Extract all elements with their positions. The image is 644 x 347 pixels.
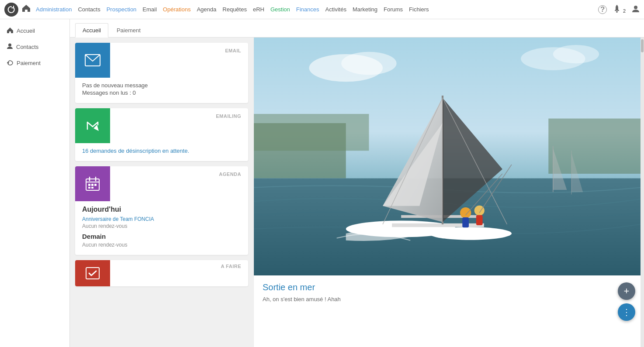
nav-administration[interactable]: Administration	[36, 6, 72, 13]
agenda-widget-body: Aujourd'hui Anniversaire de Team FONCIA …	[75, 201, 248, 255]
nav-prospection[interactable]: Prospection	[107, 6, 137, 13]
svg-rect-13	[88, 187, 90, 189]
email-widget: EMAIL Pas de nouveau message Messages no…	[75, 43, 248, 103]
news-image	[254, 38, 641, 275]
svg-point-20	[553, 45, 599, 63]
nav-finances[interactable]: Finances	[296, 6, 319, 13]
agenda-widget: AGENDA Aujourd'hui Anniversaire de Team …	[75, 166, 248, 255]
news-content: Sortie en mer Ah, on s'est bien amusé ! …	[254, 275, 641, 309]
nav-activites[interactable]: Activités	[325, 6, 346, 13]
agenda-anniversary[interactable]: Anniversaire de Team FONCIA	[82, 216, 241, 222]
news-column: Sortie en mer Ah, on s'est bien amusé ! …	[253, 38, 641, 347]
nav-fichiers[interactable]: Fichiers	[409, 6, 429, 13]
nav-email[interactable]: Email	[142, 6, 157, 13]
svg-point-0	[616, 11, 618, 13]
user-icon[interactable]	[632, 5, 640, 14]
nav-requetes[interactable]: Requêtes	[222, 6, 247, 13]
nav-gestion[interactable]: Gestion	[270, 6, 290, 13]
two-column-layout: EMAIL Pas de nouveau message Messages no…	[70, 38, 644, 347]
agenda-widget-header: AGENDA	[75, 166, 248, 201]
nav-right-actions: ? 2	[598, 5, 640, 14]
emailing-widget-icon[interactable]	[75, 108, 110, 143]
email-no-new-msg: Pas de nouveau message	[82, 82, 241, 89]
email-widget-label: EMAIL	[110, 43, 248, 57]
svg-rect-36	[462, 217, 469, 227]
fab-plus-button[interactable]: +	[618, 282, 635, 300]
email-widget-header: EMAIL	[75, 43, 248, 78]
sidebar-item-accueil[interactable]: Accueil	[0, 23, 69, 39]
agenda-tomorrow-label: Demain	[82, 233, 241, 240]
tabs-bar: Accueil Paiement	[70, 19, 644, 38]
todo-widget-icon[interactable]	[75, 260, 110, 286]
main-layout: Accueil Contacts Paiement Ac	[0, 19, 644, 347]
home-icon[interactable]	[22, 4, 31, 14]
tab-paiement[interactable]: Paiement	[109, 23, 148, 37]
sidebar: Accueil Contacts Paiement	[0, 19, 70, 347]
logo-icon[interactable]	[4, 3, 18, 17]
content-area: Accueil Paiement EMAIL	[70, 19, 644, 347]
agenda-no-rdv-today: Aucun rendez-vous	[82, 223, 241, 229]
todo-widget-header: A FAIRE	[75, 260, 248, 286]
emailing-widget: EMAILING 16 demandes de désinscription e…	[75, 108, 248, 161]
nav-operations[interactable]: Opérations	[163, 6, 191, 13]
contacts-sidebar-icon	[7, 43, 13, 51]
agenda-widget-icon[interactable]	[75, 166, 110, 201]
svg-rect-10	[88, 184, 90, 186]
svg-point-18	[341, 52, 396, 75]
sidebar-label-contacts: Contacts	[16, 44, 38, 50]
svg-point-2	[8, 44, 11, 47]
todo-widget-label: A FAIRE	[110, 260, 248, 272]
paiement-sidebar-icon	[7, 59, 13, 67]
menu-dots-icon: ⋮	[622, 307, 631, 317]
sidebar-item-contacts[interactable]: Contacts	[0, 39, 69, 55]
svg-rect-12	[94, 184, 97, 186]
emailing-widget-body: 16 demandes de désinscription en attente…	[75, 143, 248, 161]
nav-contacts[interactable]: Contacts	[78, 6, 100, 13]
svg-rect-11	[91, 184, 93, 186]
agenda-no-rdv-tomorrow: Aucun rendez-vous	[82, 242, 241, 248]
plus-icon: +	[624, 285, 630, 297]
todo-widget-partial: A FAIRE	[75, 260, 248, 286]
nav-items: Administration Contacts Prospection Emai…	[36, 6, 598, 13]
svg-point-1	[634, 6, 637, 9]
nav-forums[interactable]: Forums	[384, 6, 403, 13]
tab-accueil[interactable]: Accueil	[75, 23, 108, 38]
home-sidebar-icon	[7, 27, 13, 34]
top-navigation: Administration Contacts Prospection Emai…	[0, 0, 644, 19]
svg-rect-14	[91, 187, 93, 189]
sidebar-label-paiement: Paiement	[17, 60, 41, 66]
widgets-column: EMAIL Pas de nouveau message Messages no…	[70, 38, 253, 347]
notifications-icon[interactable]: 2	[613, 5, 626, 14]
svg-rect-22	[254, 114, 369, 151]
svg-rect-27	[392, 223, 484, 227]
emailing-widget-label: EMAILING	[110, 108, 248, 122]
nav-agenda[interactable]: Agenda	[197, 6, 216, 13]
svg-rect-15	[86, 268, 99, 279]
notif-count: 2	[623, 8, 626, 14]
sidebar-item-paiement[interactable]: Paiement	[0, 55, 69, 71]
svg-rect-38	[476, 215, 483, 225]
svg-rect-23	[548, 119, 641, 174]
right-wrapper: Sortie en mer Ah, on s'est bien amusé ! …	[253, 38, 644, 347]
svg-point-26	[429, 227, 512, 240]
emailing-widget-header: EMAILING	[75, 108, 248, 143]
sidebar-label-accueil: Accueil	[17, 27, 35, 34]
email-widget-body: Pas de nouveau message Messages non lus …	[75, 78, 248, 103]
news-text: Ah, on s'est bien amusé ! Ahah	[263, 296, 632, 302]
fab-area: + ⋮	[618, 282, 635, 321]
email-widget-icon[interactable]	[75, 43, 110, 78]
right-scrollbar[interactable]	[641, 38, 644, 347]
nav-marketing[interactable]: Marketing	[353, 6, 377, 13]
svg-point-35	[460, 207, 471, 218]
news-title: Sortie en mer	[263, 282, 632, 292]
nav-erh[interactable]: eRH	[253, 6, 264, 13]
help-icon[interactable]: ?	[598, 5, 607, 14]
agenda-today-label: Aujourd'hui	[82, 206, 241, 213]
emailing-unsubscribe-msg[interactable]: 16 demandes de désinscription en attente…	[82, 148, 241, 154]
email-unread-count: Messages non lus : 0	[82, 89, 241, 96]
agenda-widget-label: AGENDA	[110, 166, 248, 180]
fab-menu-button[interactable]: ⋮	[618, 303, 635, 321]
scroll-thumb	[641, 39, 644, 52]
